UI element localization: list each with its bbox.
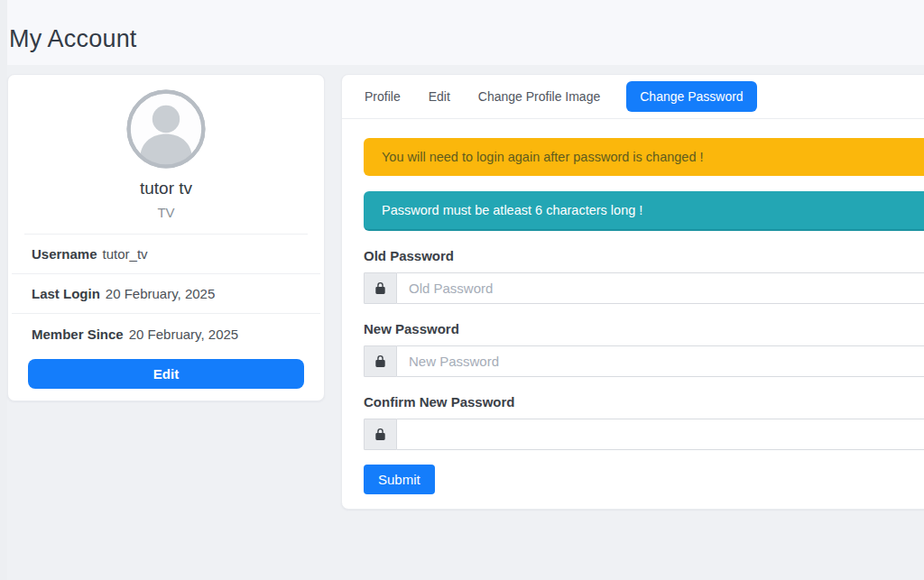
profile-field-username: Username tutor_tv xyxy=(12,235,320,274)
old-password-input[interactable] xyxy=(397,272,924,304)
field-value: 20 February, 2025 xyxy=(106,286,215,301)
account-panel: Profile Edit Change Profile Image Change… xyxy=(341,74,924,510)
alert-warning: You will need to login again after passw… xyxy=(364,138,924,176)
page-left-edge xyxy=(0,0,7,580)
profile-field-member-since: Member Since 20 February, 2025 xyxy=(12,314,320,354)
person-silhouette-icon xyxy=(125,87,208,170)
old-password-label: Old Password xyxy=(364,248,924,263)
confirm-new-password-input[interactable] xyxy=(397,419,924,450)
new-password-label: New Password xyxy=(364,321,924,336)
lock-icon xyxy=(374,281,387,295)
input-addon xyxy=(364,272,397,304)
page-title: My Account xyxy=(9,25,137,53)
lock-icon xyxy=(374,354,387,368)
confirm-new-password-group xyxy=(364,419,924,450)
field-value: 20 February, 2025 xyxy=(129,327,238,342)
role-label: TV xyxy=(8,205,324,220)
display-name: tutor tv xyxy=(8,179,324,198)
change-password-section: You will need to login again after passw… xyxy=(342,119,924,494)
old-password-group xyxy=(364,272,924,304)
tab-edit[interactable]: Edit xyxy=(429,89,450,104)
profile-card: tutor tv TV Username tutor_tv Last Login… xyxy=(7,74,325,401)
confirm-new-password-label: Confirm New Password xyxy=(364,394,924,410)
avatar xyxy=(8,75,324,170)
tab-profile[interactable]: Profile xyxy=(365,89,401,104)
new-password-input[interactable] xyxy=(397,345,924,377)
submit-button[interactable]: Submit xyxy=(364,465,435,494)
tabs-row: Profile Edit Change Profile Image Change… xyxy=(342,75,924,119)
edit-button[interactable]: Edit xyxy=(28,359,304,389)
lock-icon xyxy=(374,428,387,441)
field-label: Last Login xyxy=(32,286,100,301)
new-password-group xyxy=(364,345,924,377)
field-label: Member Since xyxy=(32,327,124,342)
tab-change-password[interactable]: Change Password xyxy=(626,81,756,112)
input-addon xyxy=(364,345,397,377)
field-label: Username xyxy=(32,246,97,262)
profile-field-last-login: Last Login 20 February, 2025 xyxy=(12,274,320,314)
tab-change-profile-image[interactable]: Change Profile Image xyxy=(478,89,600,104)
alert-info: Password must be atleast 6 characters lo… xyxy=(364,191,924,231)
input-addon xyxy=(364,419,397,450)
field-value: tutor_tv xyxy=(103,246,148,262)
